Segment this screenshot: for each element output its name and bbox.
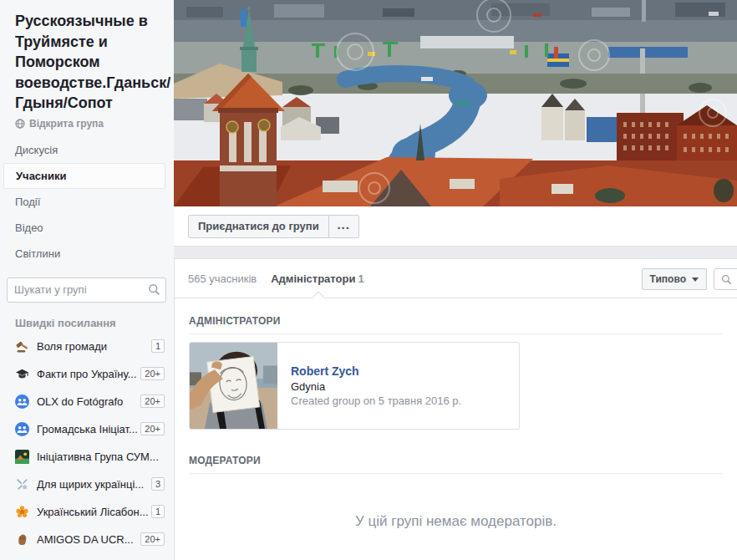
group-sidebar: Русскоязычные в Труймясте и Поморском во…	[0, 0, 174, 560]
search-icon	[721, 274, 732, 285]
group-icon	[15, 422, 29, 436]
quick-link-label: Український Лісабон...	[37, 506, 148, 518]
group-privacy: Відкрита група	[15, 118, 174, 130]
quick-link-badge: 20+	[140, 422, 165, 435]
admin-info: Robert Zych Gdynia Created group on 5 тр…	[277, 343, 519, 429]
tab-admins-count: 1	[358, 272, 363, 285]
graduation-cap-icon	[15, 367, 29, 381]
tab-all-members[interactable]: 565 учасників	[188, 272, 257, 285]
admin-name-link[interactable]: Robert Zych	[291, 364, 519, 378]
quick-link-badge: 3	[151, 477, 165, 491]
quick-link-badge: 20+	[140, 532, 165, 546]
quick-link-initsiatyvna-grupa-sum[interactable]: Ініціативна Група СУМ...	[0, 443, 174, 471]
group-action-bar: Приєднатися до групи ...	[174, 206, 737, 247]
join-group-button[interactable]: Приєднатися до групи	[189, 216, 328, 237]
globe-icon	[15, 119, 25, 129]
admin-created-meta: Created group on 5 травня 2016 р.	[291, 395, 519, 407]
quick-link-badge: 1	[151, 339, 165, 353]
search-icon	[148, 283, 160, 299]
sort-button-label: Типово	[650, 273, 686, 285]
moderators-section: МОДЕРАТОРИ У цій групі немає модераторів…	[189, 455, 723, 530]
quick-link-label: Громадська Ініціат...	[37, 423, 137, 435]
group-cover-photo[interactable]	[174, 0, 737, 206]
quick-link-olx-do-fotografo[interactable]: OLX do Fotógrafo 20+	[0, 388, 174, 415]
quick-link-label: Для щирих українці...	[37, 478, 148, 491]
fist-icon	[15, 532, 29, 547]
moderators-section-title: МОДЕРАТОРИ	[189, 455, 723, 466]
photo-icon	[15, 450, 29, 464]
members-search-box[interactable]	[714, 268, 737, 290]
quick-link-badge: 1	[151, 505, 165, 518]
sort-button[interactable]: Типово	[642, 268, 707, 290]
quick-link-ukrainskyi-lisabon[interactable]: Український Лісабон... 1	[0, 498, 174, 526]
members-panel: 565 учасників Адміністратори1 Типово АДМ…	[174, 258, 737, 560]
admin-profile-photo[interactable]	[190, 343, 277, 429]
group-search-input[interactable]	[7, 277, 166, 303]
sidebar-item-videos[interactable]: Відео	[0, 215, 174, 241]
caret-down-icon	[692, 277, 699, 282]
sidebar-item-members[interactable]: Учасники	[3, 163, 165, 189]
sidebar-item-discussion[interactable]: Дискусія	[0, 137, 174, 163]
quick-links-list: Воля громади 1 Факти про Україну... 20+	[0, 333, 174, 560]
gavel-icon	[15, 339, 29, 354]
tab-admins[interactable]: Адміністратори1	[271, 272, 363, 285]
sunflower-icon	[15, 505, 29, 519]
section-divider	[189, 473, 723, 474]
moderators-empty-text: У цій групі немає модераторів.	[189, 513, 723, 530]
admin-location: Gdynia	[291, 380, 519, 393]
members-tab-bar: 565 учасників Адміністратори1 Типово	[175, 259, 737, 298]
sidebar-item-events[interactable]: Події	[0, 189, 174, 215]
quick-link-fakty-pro-ukrainu[interactable]: Факти про Україну... 20+	[0, 360, 174, 388]
admin-card: Robert Zych Gdynia Created group on 5 тр…	[189, 342, 520, 430]
group-menu: Дискусія Учасники Події Відео Світлини	[0, 137, 174, 267]
quick-link-dlya-shchyrykh-ukraintsiv[interactable]: Для щирих українці... 3	[0, 471, 174, 498]
quick-link-molytovna-spilnota[interactable]: Молитовна спільнот... 1	[0, 553, 174, 560]
group-icon	[15, 395, 29, 409]
quick-link-label: Ініціативна Група СУМ...	[37, 451, 165, 463]
tab-admins-label: Адміністратори	[271, 272, 355, 285]
quick-link-label: Факти про Україну...	[37, 368, 137, 380]
privacy-label: Відкрита група	[29, 118, 104, 130]
quick-link-volya-gromady[interactable]: Воля громади 1	[0, 333, 174, 360]
more-options-button[interactable]: ...	[328, 216, 358, 237]
admins-section-title: АДМІНІСТРАТОРИ	[189, 315, 723, 327]
sidebar-item-photos[interactable]: Світлини	[0, 241, 174, 267]
quick-link-gromadska-initsiatyva[interactable]: Громадська Ініціат... 20+	[0, 415, 174, 443]
quick-link-amigos-da-ucrania[interactable]: AMIGOS DA UCR... 20+	[0, 526, 174, 553]
quick-links-title: Швидкі посилання	[15, 317, 174, 329]
group-search	[7, 277, 166, 303]
quick-link-label: AMIGOS DA UCR...	[37, 533, 137, 546]
group-title: Русскоязычные в Труймясте и Поморском во…	[0, 0, 174, 114]
quick-link-badge: 20+	[140, 395, 165, 408]
members-panel-body: АДМІНІСТРАТОРИ	[175, 298, 737, 530]
join-button-group: Приєднатися до групи ...	[188, 215, 359, 238]
sparkle-hand-icon	[15, 477, 29, 491]
section-divider	[189, 333, 723, 334]
quick-link-label: OLX do Fotógrafo	[37, 395, 137, 408]
quick-link-badge: 20+	[140, 367, 165, 380]
quick-link-label: Воля громади	[37, 340, 148, 353]
